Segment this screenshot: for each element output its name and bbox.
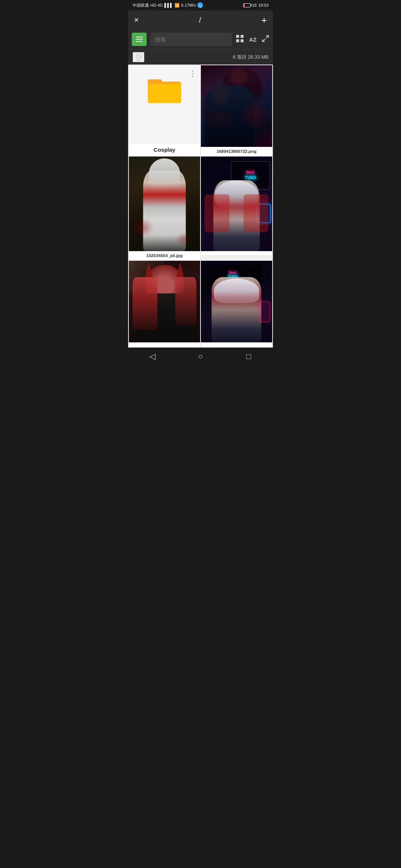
menu-button[interactable] xyxy=(132,33,147,46)
menu-line-1 xyxy=(136,37,143,37)
signal-bars: ▌▌▌ xyxy=(164,3,173,7)
image-cell-2[interactable]: 102034554_p0.jpg xyxy=(129,157,200,260)
info-bar: 6 项目 28.33 MB xyxy=(128,49,273,65)
status-left: 中国联通 HD 4G ▌▌▌ 📶 6.17M/s Q xyxy=(133,2,203,8)
bottom-nav: ◁ ○ □ xyxy=(128,348,273,367)
svg-line-5 xyxy=(263,39,265,42)
folder-cell[interactable]: ⋮ Cosplay xyxy=(129,65,200,156)
expand-icon[interactable] xyxy=(262,35,269,44)
menu-line-2 xyxy=(136,39,143,40)
home-nav-button[interactable]: ○ xyxy=(191,351,210,362)
status-bar: 中国联通 HD 4G ▌▌▌ 📶 6.17M/s Q 16 19:03 xyxy=(128,0,273,10)
image-filename-1: 1680413805722.png xyxy=(201,147,272,156)
close-button[interactable]: × xyxy=(134,15,139,25)
toolbar-icons: AZ xyxy=(236,34,269,45)
app-indicator: Q xyxy=(197,2,203,8)
image-filename-5 xyxy=(201,342,272,347)
folder-icon xyxy=(148,76,181,105)
svg-rect-0 xyxy=(236,35,239,38)
search-input[interactable] xyxy=(150,33,232,46)
image-filename-2: 102034554_p0.jpg xyxy=(129,251,200,260)
sort-az-icon[interactable]: AZ xyxy=(249,36,257,43)
folder-name-bar: Cosplay xyxy=(129,144,200,156)
recents-button[interactable]: □ xyxy=(239,351,258,362)
folder-name: Cosplay xyxy=(135,147,194,153)
back-button[interactable]: ◁ xyxy=(143,351,162,362)
grid-view-icon[interactable] xyxy=(236,34,244,45)
image-cell-1[interactable]: 1680413805722.png xyxy=(201,65,272,156)
menu-line-3 xyxy=(136,41,143,42)
file-stats: 6 项目 28.33 MB xyxy=(233,54,268,60)
path-title: / xyxy=(199,16,201,24)
svg-rect-10 xyxy=(148,84,181,103)
home-button[interactable] xyxy=(133,52,144,62)
image-filename-3 xyxy=(201,251,272,255)
toolbar: AZ xyxy=(128,30,273,49)
svg-rect-3 xyxy=(241,39,244,42)
battery-icon xyxy=(243,3,251,7)
battery-fill xyxy=(244,4,245,7)
speed-text: 6.17M/s xyxy=(181,3,196,7)
image-cell-3[interactable]: Umai TUNA xyxy=(201,157,272,260)
time-text: 19:03 xyxy=(258,3,268,7)
image-cell-4[interactable] xyxy=(129,261,200,347)
image-filename-4 xyxy=(129,342,200,347)
folder-more-button[interactable]: ⋮ xyxy=(189,69,196,78)
carrier-text: 中国联通 xyxy=(133,3,149,8)
svg-rect-2 xyxy=(236,39,239,42)
wifi-icon: 📶 xyxy=(175,3,180,8)
file-grid: ⋮ Cosplay 1680413805722.png xyxy=(128,65,273,348)
status-right: 16 19:03 xyxy=(243,3,268,7)
svg-line-4 xyxy=(266,36,268,38)
battery-text: 16 xyxy=(252,3,257,7)
network-text: HD 4G xyxy=(150,3,163,7)
add-button[interactable]: + xyxy=(261,14,267,26)
svg-rect-1 xyxy=(241,35,244,38)
top-nav-bar: × / + xyxy=(128,10,273,30)
image-cell-5[interactable]: Umai TUNA xyxy=(201,261,272,347)
